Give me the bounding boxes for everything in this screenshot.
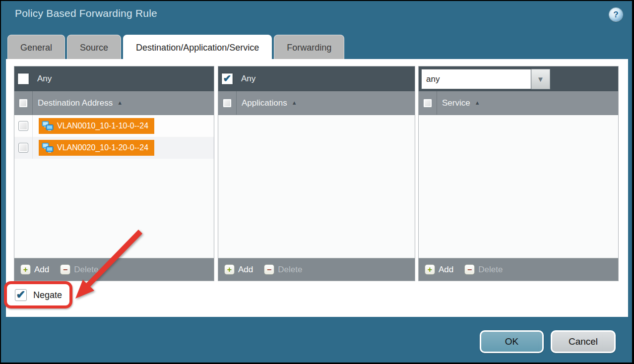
network-address-icon	[42, 121, 54, 131]
tab-forwarding[interactable]: Forwarding	[274, 35, 344, 59]
destination-address-panel: Any Destination Address ▲	[14, 66, 214, 281]
tab-source[interactable]: Source	[67, 35, 121, 59]
sort-ascending-icon: ▲	[292, 100, 297, 106]
destination-panel-footer: + Add − Delete	[14, 258, 214, 281]
tab-bar: General Source Destination/Application/S…	[7, 35, 344, 59]
check-icon: ✔	[223, 73, 232, 83]
applications-panel: ✔ Any Applications ▲ + Add − Delet	[218, 66, 415, 281]
ok-button[interactable]: OK	[480, 330, 544, 353]
minus-icon: −	[464, 264, 475, 275]
policy-based-forwarding-dialog: Policy Based Forwarding Rule ? General S…	[1, 1, 632, 363]
delete-button[interactable]: − Delete	[60, 264, 98, 275]
negate-label: Negate	[33, 290, 62, 301]
minus-icon: −	[264, 264, 274, 275]
delete-button[interactable]: − Delete	[264, 264, 302, 275]
applications-any-label: Any	[241, 74, 255, 84]
table-row[interactable]: VLAN0020_10-1-20-0--24	[14, 137, 214, 159]
sort-ascending-icon: ▲	[117, 100, 123, 106]
negate-row: ✔ Negate	[15, 289, 62, 301]
destination-select-all-checkbox[interactable]	[19, 99, 28, 108]
service-any-dropdown[interactable]: any ▼	[421, 69, 550, 89]
service-column-title[interactable]: Service ▲	[442, 91, 480, 115]
add-button[interactable]: + Add	[425, 264, 453, 275]
destination-column-header: Destination Address ▲	[14, 91, 214, 115]
address-chip[interactable]: VLAN0010_10-1-10-0--24	[39, 118, 154, 134]
applications-column-header: Applications ▲	[218, 91, 415, 115]
service-list	[419, 115, 618, 258]
check-icon: ✔	[16, 289, 25, 301]
dropdown-value: any	[421, 69, 531, 89]
network-address-icon	[42, 143, 54, 153]
destination-column-title[interactable]: Destination Address ▲	[38, 91, 123, 115]
delete-button[interactable]: − Delete	[464, 264, 503, 275]
applications-select-all-checkbox[interactable]	[223, 99, 232, 108]
plus-icon: +	[425, 264, 435, 275]
address-chip[interactable]: VLAN0020_10-1-20-0--24	[39, 140, 154, 156]
plus-icon: +	[224, 264, 235, 275]
applications-list	[218, 115, 415, 258]
tab-content: Any Destination Address ▲	[6, 59, 628, 317]
service-select-all-checkbox[interactable]	[423, 99, 432, 108]
applications-panel-footer: + Add − Delete	[218, 258, 415, 281]
row-checkbox[interactable]	[18, 143, 28, 153]
sort-ascending-icon: ▲	[475, 100, 480, 106]
applications-any-checkbox[interactable]: ✔	[222, 73, 233, 84]
dropdown-arrow-button[interactable]: ▼	[531, 69, 550, 89]
service-column-header: Service ▲	[419, 91, 618, 115]
destination-any-checkbox[interactable]	[18, 73, 29, 84]
service-panel: any ▼ Service ▲ + Add	[418, 66, 619, 281]
plus-icon: +	[20, 264, 31, 275]
table-row[interactable]: VLAN0010_10-1-10-0--24	[14, 115, 214, 137]
applications-any-bar: ✔ Any	[218, 66, 415, 91]
add-button[interactable]: + Add	[20, 264, 49, 275]
chevron-down-icon: ▼	[537, 75, 544, 83]
applications-column-title[interactable]: Applications ▲	[242, 91, 297, 115]
tab-general[interactable]: General	[7, 35, 65, 59]
destination-any-label: Any	[37, 74, 52, 84]
tab-destination-application-service[interactable]: Destination/Application/Service	[123, 35, 272, 59]
destination-any-bar: Any	[14, 66, 214, 91]
page-title: Policy Based Forwarding Rule	[15, 7, 157, 19]
address-label: VLAN0010_10-1-10-0--24	[57, 121, 148, 130]
address-label: VLAN0020_10-1-20-0--24	[57, 143, 148, 152]
service-panel-footer: + Add − Delete	[419, 258, 618, 281]
cancel-button[interactable]: Cancel	[551, 330, 616, 353]
minus-icon: −	[60, 264, 70, 275]
help-icon[interactable]: ?	[609, 8, 623, 21]
row-checkbox[interactable]	[18, 121, 28, 131]
negate-checkbox[interactable]: ✔	[15, 289, 27, 301]
destination-address-list: VLAN0010_10-1-10-0--24	[14, 115, 214, 258]
add-button[interactable]: + Add	[224, 264, 253, 275]
service-any-bar: any ▼	[419, 66, 618, 91]
